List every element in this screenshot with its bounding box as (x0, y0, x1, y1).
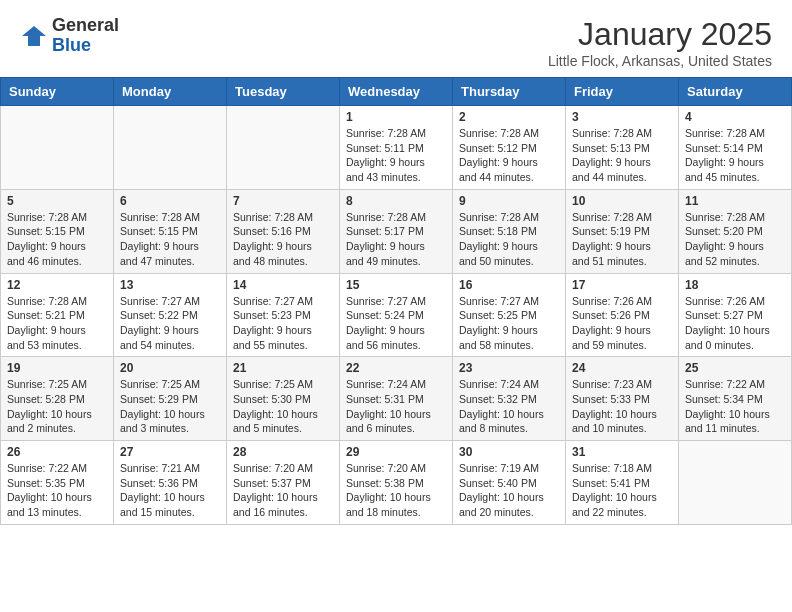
calendar-cell: 5Sunrise: 7:28 AM Sunset: 5:15 PM Daylig… (1, 189, 114, 273)
day-info: Sunrise: 7:28 AM Sunset: 5:13 PM Dayligh… (572, 126, 672, 185)
day-number: 5 (7, 194, 107, 208)
day-number: 16 (459, 278, 559, 292)
calendar-cell: 17Sunrise: 7:26 AM Sunset: 5:26 PM Dayli… (566, 273, 679, 357)
day-info: Sunrise: 7:25 AM Sunset: 5:30 PM Dayligh… (233, 377, 333, 436)
calendar-cell: 1Sunrise: 7:28 AM Sunset: 5:11 PM Daylig… (340, 106, 453, 190)
calendar-cell: 23Sunrise: 7:24 AM Sunset: 5:32 PM Dayli… (453, 357, 566, 441)
calendar-cell: 22Sunrise: 7:24 AM Sunset: 5:31 PM Dayli… (340, 357, 453, 441)
day-info: Sunrise: 7:24 AM Sunset: 5:31 PM Dayligh… (346, 377, 446, 436)
day-number: 14 (233, 278, 333, 292)
calendar-cell: 14Sunrise: 7:27 AM Sunset: 5:23 PM Dayli… (227, 273, 340, 357)
day-number: 30 (459, 445, 559, 459)
day-number: 20 (120, 361, 220, 375)
day-info: Sunrise: 7:26 AM Sunset: 5:26 PM Dayligh… (572, 294, 672, 353)
day-number: 9 (459, 194, 559, 208)
day-number: 22 (346, 361, 446, 375)
calendar-cell: 18Sunrise: 7:26 AM Sunset: 5:27 PM Dayli… (679, 273, 792, 357)
day-info: Sunrise: 7:28 AM Sunset: 5:16 PM Dayligh… (233, 210, 333, 269)
day-number: 8 (346, 194, 446, 208)
day-info: Sunrise: 7:18 AM Sunset: 5:41 PM Dayligh… (572, 461, 672, 520)
calendar-cell: 4Sunrise: 7:28 AM Sunset: 5:14 PM Daylig… (679, 106, 792, 190)
day-info: Sunrise: 7:22 AM Sunset: 5:34 PM Dayligh… (685, 377, 785, 436)
calendar-cell: 15Sunrise: 7:27 AM Sunset: 5:24 PM Dayli… (340, 273, 453, 357)
calendar-cell: 10Sunrise: 7:28 AM Sunset: 5:19 PM Dayli… (566, 189, 679, 273)
calendar-cell: 2Sunrise: 7:28 AM Sunset: 5:12 PM Daylig… (453, 106, 566, 190)
day-number: 11 (685, 194, 785, 208)
col-header-tuesday: Tuesday (227, 78, 340, 106)
calendar-week-1: 1Sunrise: 7:28 AM Sunset: 5:11 PM Daylig… (1, 106, 792, 190)
day-number: 6 (120, 194, 220, 208)
day-number: 12 (7, 278, 107, 292)
day-info: Sunrise: 7:27 AM Sunset: 5:24 PM Dayligh… (346, 294, 446, 353)
calendar-cell: 31Sunrise: 7:18 AM Sunset: 5:41 PM Dayli… (566, 441, 679, 525)
day-number: 13 (120, 278, 220, 292)
day-info: Sunrise: 7:21 AM Sunset: 5:36 PM Dayligh… (120, 461, 220, 520)
day-number: 28 (233, 445, 333, 459)
logo-general-text: General (52, 15, 119, 35)
day-info: Sunrise: 7:28 AM Sunset: 5:11 PM Dayligh… (346, 126, 446, 185)
calendar-cell: 24Sunrise: 7:23 AM Sunset: 5:33 PM Dayli… (566, 357, 679, 441)
col-header-saturday: Saturday (679, 78, 792, 106)
day-info: Sunrise: 7:25 AM Sunset: 5:29 PM Dayligh… (120, 377, 220, 436)
calendar-cell: 9Sunrise: 7:28 AM Sunset: 5:18 PM Daylig… (453, 189, 566, 273)
calendar-cell: 30Sunrise: 7:19 AM Sunset: 5:40 PM Dayli… (453, 441, 566, 525)
calendar-cell: 26Sunrise: 7:22 AM Sunset: 5:35 PM Dayli… (1, 441, 114, 525)
col-header-friday: Friday (566, 78, 679, 106)
day-info: Sunrise: 7:28 AM Sunset: 5:12 PM Dayligh… (459, 126, 559, 185)
day-number: 1 (346, 110, 446, 124)
page-header: General Blue January 2025 Little Flock, … (0, 0, 792, 77)
calendar-cell: 27Sunrise: 7:21 AM Sunset: 5:36 PM Dayli… (114, 441, 227, 525)
day-number: 17 (572, 278, 672, 292)
day-info: Sunrise: 7:27 AM Sunset: 5:25 PM Dayligh… (459, 294, 559, 353)
day-info: Sunrise: 7:28 AM Sunset: 5:18 PM Dayligh… (459, 210, 559, 269)
calendar-week-5: 26Sunrise: 7:22 AM Sunset: 5:35 PM Dayli… (1, 441, 792, 525)
col-header-wednesday: Wednesday (340, 78, 453, 106)
calendar-cell (114, 106, 227, 190)
col-header-monday: Monday (114, 78, 227, 106)
day-info: Sunrise: 7:28 AM Sunset: 5:19 PM Dayligh… (572, 210, 672, 269)
title-block: January 2025 Little Flock, Arkansas, Uni… (548, 16, 772, 69)
calendar-cell: 29Sunrise: 7:20 AM Sunset: 5:38 PM Dayli… (340, 441, 453, 525)
calendar-cell: 21Sunrise: 7:25 AM Sunset: 5:30 PM Dayli… (227, 357, 340, 441)
day-number: 7 (233, 194, 333, 208)
day-info: Sunrise: 7:27 AM Sunset: 5:23 PM Dayligh… (233, 294, 333, 353)
day-info: Sunrise: 7:27 AM Sunset: 5:22 PM Dayligh… (120, 294, 220, 353)
calendar-header-row: SundayMondayTuesdayWednesdayThursdayFrid… (1, 78, 792, 106)
day-info: Sunrise: 7:20 AM Sunset: 5:38 PM Dayligh… (346, 461, 446, 520)
month-title: January 2025 (548, 16, 772, 53)
calendar-cell (227, 106, 340, 190)
day-number: 27 (120, 445, 220, 459)
calendar-cell: 7Sunrise: 7:28 AM Sunset: 5:16 PM Daylig… (227, 189, 340, 273)
day-info: Sunrise: 7:28 AM Sunset: 5:14 PM Dayligh… (685, 126, 785, 185)
logo: General Blue (20, 16, 119, 56)
calendar-cell: 28Sunrise: 7:20 AM Sunset: 5:37 PM Dayli… (227, 441, 340, 525)
day-number: 21 (233, 361, 333, 375)
day-number: 2 (459, 110, 559, 124)
calendar-cell (1, 106, 114, 190)
day-info: Sunrise: 7:25 AM Sunset: 5:28 PM Dayligh… (7, 377, 107, 436)
calendar-week-4: 19Sunrise: 7:25 AM Sunset: 5:28 PM Dayli… (1, 357, 792, 441)
col-header-thursday: Thursday (453, 78, 566, 106)
calendar-cell: 11Sunrise: 7:28 AM Sunset: 5:20 PM Dayli… (679, 189, 792, 273)
svg-marker-0 (22, 26, 46, 46)
calendar-week-3: 12Sunrise: 7:28 AM Sunset: 5:21 PM Dayli… (1, 273, 792, 357)
day-number: 25 (685, 361, 785, 375)
day-info: Sunrise: 7:24 AM Sunset: 5:32 PM Dayligh… (459, 377, 559, 436)
day-info: Sunrise: 7:28 AM Sunset: 5:15 PM Dayligh… (120, 210, 220, 269)
day-number: 3 (572, 110, 672, 124)
day-number: 15 (346, 278, 446, 292)
calendar-cell: 25Sunrise: 7:22 AM Sunset: 5:34 PM Dayli… (679, 357, 792, 441)
day-number: 31 (572, 445, 672, 459)
day-number: 4 (685, 110, 785, 124)
calendar-cell: 6Sunrise: 7:28 AM Sunset: 5:15 PM Daylig… (114, 189, 227, 273)
day-info: Sunrise: 7:28 AM Sunset: 5:17 PM Dayligh… (346, 210, 446, 269)
day-number: 24 (572, 361, 672, 375)
logo-icon (20, 22, 48, 50)
logo-blue-text: Blue (52, 35, 91, 55)
day-number: 19 (7, 361, 107, 375)
day-number: 23 (459, 361, 559, 375)
calendar-cell: 3Sunrise: 7:28 AM Sunset: 5:13 PM Daylig… (566, 106, 679, 190)
day-number: 26 (7, 445, 107, 459)
col-header-sunday: Sunday (1, 78, 114, 106)
day-info: Sunrise: 7:23 AM Sunset: 5:33 PM Dayligh… (572, 377, 672, 436)
